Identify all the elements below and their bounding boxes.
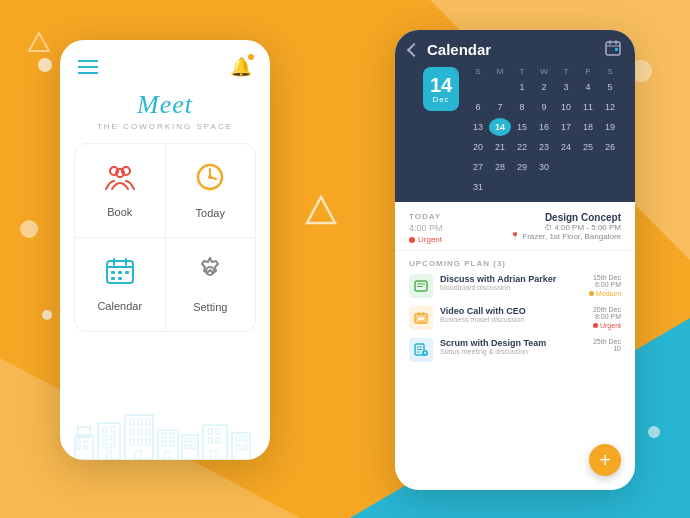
today-urgency: Urgent xyxy=(409,235,443,244)
cal-date-11[interactable]: 11 xyxy=(577,98,599,116)
upcoming-time-3: 10 xyxy=(593,345,621,352)
today-time: 4:00 PM xyxy=(409,223,443,233)
fab-icon: + xyxy=(599,449,611,472)
cal-date-22[interactable]: 22 xyxy=(511,138,533,156)
urgent-label: Urgent xyxy=(418,235,442,244)
weekday-s1: S xyxy=(467,67,489,76)
cal-date-10[interactable]: 10 xyxy=(555,98,577,116)
svg-rect-53 xyxy=(185,445,189,449)
cal-date-empty xyxy=(555,178,577,196)
menu-item-book[interactable]: Book xyxy=(75,144,165,237)
upcoming-info-3: Scrum with Design Team Status meeting & … xyxy=(440,338,586,355)
weekday-t2: T xyxy=(555,67,577,76)
cal-date-7[interactable]: 7 xyxy=(489,98,511,116)
left-phone-card: 🔔 Meet THE COWORKING SPACE Book xyxy=(60,40,270,460)
medium-badge-1 xyxy=(589,291,594,296)
cal-date-25[interactable]: 25 xyxy=(577,138,599,156)
today-label: Today xyxy=(196,207,225,219)
weekday-t1: T xyxy=(511,67,533,76)
triangle-deco-2 xyxy=(28,32,50,58)
back-button[interactable] xyxy=(407,42,421,56)
calendar-header: Calendar 14 Dec S xyxy=(395,30,635,202)
cal-date-empty xyxy=(555,158,577,176)
cal-date-9[interactable]: 9 xyxy=(533,98,555,116)
cal-date-6[interactable]: 6 xyxy=(467,98,489,116)
svg-rect-44 xyxy=(158,430,178,460)
notification-button[interactable]: 🔔 xyxy=(230,56,252,78)
cal-date-23[interactable]: 23 xyxy=(533,138,555,156)
cal-date-5[interactable]: 5 xyxy=(599,78,621,96)
cal-date-19[interactable]: 19 xyxy=(599,118,621,136)
upcoming-item-1[interactable]: Discuss with Adrian Parker Moodboard dis… xyxy=(409,274,621,298)
calendar-week-3: 13 14 15 16 17 18 19 xyxy=(465,118,623,136)
badge-label-2: Urgent xyxy=(600,322,621,329)
menu-item-calendar[interactable]: Calendar xyxy=(75,238,165,331)
svg-marker-0 xyxy=(307,197,335,223)
upcoming-item-3[interactable]: Scrum with Design Team Status meeting & … xyxy=(409,338,621,362)
cal-date-26[interactable]: 26 xyxy=(599,138,621,156)
svg-rect-31 xyxy=(111,443,115,448)
cal-date-24[interactable]: 24 xyxy=(555,138,577,156)
hamburger-menu[interactable] xyxy=(78,60,98,74)
upcoming-icon-2 xyxy=(409,306,433,330)
svg-rect-28 xyxy=(103,435,107,440)
hamburger-line-1 xyxy=(78,60,98,62)
deco-dot-2 xyxy=(20,220,38,238)
weekday-s2: S xyxy=(599,67,621,76)
menu-item-setting[interactable]: Setting xyxy=(166,238,256,331)
svg-rect-30 xyxy=(103,443,107,448)
cal-date-14[interactable]: 14 xyxy=(489,118,511,136)
svg-rect-21 xyxy=(77,438,80,442)
svg-rect-14 xyxy=(118,271,122,274)
upcoming-date-3: 25th Dec xyxy=(593,338,621,345)
cal-date-18[interactable]: 18 xyxy=(577,118,599,136)
cal-date-21[interactable]: 21 xyxy=(489,138,511,156)
urgent-badge-2 xyxy=(593,323,598,328)
cal-date-28[interactable]: 28 xyxy=(489,158,511,176)
date-badge-column: 14 Dec xyxy=(423,67,459,115)
current-date-badge: 14 Dec xyxy=(423,67,459,111)
svg-rect-62 xyxy=(236,436,240,441)
cal-date-29[interactable]: 29 xyxy=(511,158,533,176)
cal-date-2[interactable]: 2 xyxy=(533,78,555,96)
cal-date-27[interactable]: 27 xyxy=(467,158,489,176)
svg-rect-43 xyxy=(135,451,141,460)
upcoming-title-1: Discuss with Adrian Parker xyxy=(440,274,582,284)
app-title: Meet xyxy=(137,90,193,120)
setting-label: Setting xyxy=(193,301,227,313)
cal-date-3[interactable]: 3 xyxy=(555,78,577,96)
cal-date-20[interactable]: 20 xyxy=(467,138,489,156)
cal-date-17[interactable]: 17 xyxy=(555,118,577,136)
svg-rect-41 xyxy=(138,439,142,445)
upcoming-icon-1 xyxy=(409,274,433,298)
cal-date-15[interactable]: 15 xyxy=(511,118,533,136)
cal-date-1[interactable]: 1 xyxy=(511,78,533,96)
calendar-title: Calendar xyxy=(427,41,597,58)
svg-rect-38 xyxy=(138,429,142,435)
upcoming-item-2[interactable]: Video Call with CEO Business model discu… xyxy=(409,306,621,330)
svg-rect-46 xyxy=(170,433,174,438)
svg-rect-57 xyxy=(216,429,220,434)
current-month-label: Dec xyxy=(432,95,449,104)
svg-rect-50 xyxy=(182,435,198,460)
cal-date-16[interactable]: 16 xyxy=(533,118,555,136)
menu-item-today[interactable]: Today xyxy=(166,144,256,237)
cal-date-12[interactable]: 12 xyxy=(599,98,621,116)
upcoming-info-2: Video Call with CEO Business model discu… xyxy=(440,306,586,323)
cal-date-8[interactable]: 8 xyxy=(511,98,533,116)
calendar-week-1: 1 2 3 4 5 xyxy=(465,78,623,96)
cal-date-13[interactable]: 13 xyxy=(467,118,489,136)
svg-rect-64 xyxy=(236,445,240,450)
fab-button[interactable]: + xyxy=(589,444,621,476)
deco-dot-1 xyxy=(38,58,52,72)
upcoming-time-2: 8:00 PM xyxy=(593,313,621,320)
cal-date-4[interactable]: 4 xyxy=(577,78,599,96)
calendar-header-icon[interactable] xyxy=(605,40,621,59)
upcoming-desc-3: Status meeting & discussion xyxy=(440,348,586,355)
cal-date-30[interactable]: 30 xyxy=(533,158,555,176)
svg-rect-24 xyxy=(84,445,87,449)
svg-rect-54 xyxy=(191,445,195,449)
upcoming-title-3: Scrum with Design Team xyxy=(440,338,586,348)
cal-date-31[interactable]: 31 xyxy=(467,178,489,196)
cal-date-empty xyxy=(489,78,511,96)
